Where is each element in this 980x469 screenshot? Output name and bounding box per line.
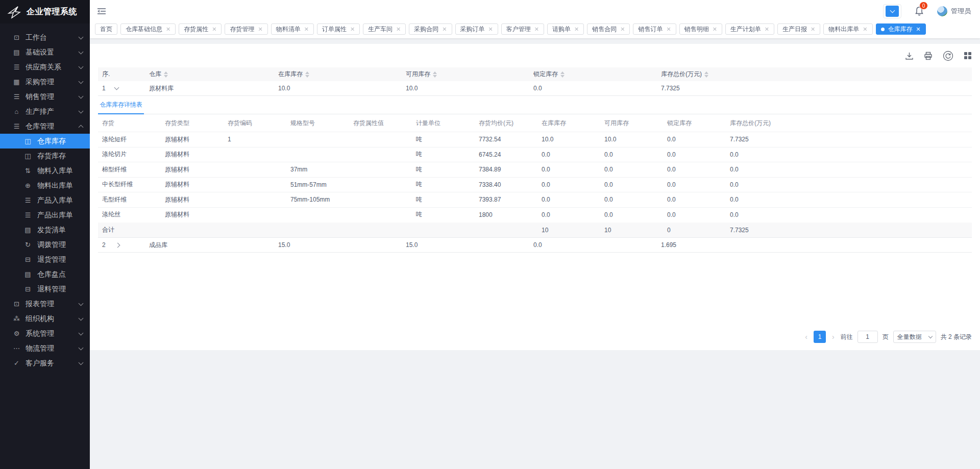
close-icon[interactable]: ✕ xyxy=(713,27,717,32)
sidebar-subitem-stock-inventory[interactable]: ◫ 存货库存 xyxy=(0,149,90,163)
tab-material-outbound[interactable]: 物料出库单✕ xyxy=(823,23,872,35)
close-icon[interactable]: ✕ xyxy=(534,27,539,32)
sidebar-item-organization[interactable]: ⁂ 组织机构 xyxy=(0,311,90,326)
sidebar-item-purchase-management[interactable]: ▦ 采购管理 xyxy=(0,75,90,89)
detail-col-locked: 锁定库存 xyxy=(663,119,726,128)
sidebar-subitem-label: 物料出库单 xyxy=(37,181,73,190)
close-icon[interactable]: ✕ xyxy=(166,27,170,32)
close-icon[interactable]: ✕ xyxy=(863,27,867,32)
sidebar-subitem-label: 退货管理 xyxy=(37,255,66,264)
sidebar-collapse-icon[interactable] xyxy=(95,5,108,18)
sidebar-item-workbench[interactable]: ⊡ 工作台 xyxy=(0,30,90,45)
detail-row[interactable]: 中长型纤维 原辅材料 51mm-57mm 吨 7338.40 0.0 0.0 0… xyxy=(98,177,972,192)
sidebar-subitem-material-inbound[interactable]: ⇅ 物料入库单 xyxy=(0,163,90,178)
sidebar-item-production-scheduling[interactable]: ⌂ 生产排产 xyxy=(0,104,90,119)
table-row-raw-material-warehouse[interactable]: 1 原材料库 10.0 10.0 0.0 7.7325 xyxy=(98,81,972,96)
notification-bell[interactable]: 0 xyxy=(915,6,924,16)
close-icon[interactable]: ✕ xyxy=(620,27,625,32)
sidebar-item-warehouse-management[interactable]: ☰ 仓库管理 xyxy=(0,119,90,134)
tab-purchase-contract[interactable]: 采购合同✕ xyxy=(409,23,452,35)
prev-page-icon[interactable]: ‹ xyxy=(803,333,809,341)
tab-sales-detail[interactable]: 销售明细✕ xyxy=(679,23,722,35)
sort-icon[interactable] xyxy=(704,71,708,78)
sidebar-subitem-warehouse-check[interactable]: ▤ 仓库盘点 xyxy=(0,267,90,282)
truck-icon: ⊟ xyxy=(23,256,32,263)
sidebar-subitem-warehouse-inventory[interactable]: ◫ 仓库库存 xyxy=(0,134,90,149)
sidebar-item-logistics-management[interactable]: ⋯ 物流管理 xyxy=(0,341,90,356)
tab-purchase-order[interactable]: 采购订单✕ xyxy=(455,23,498,35)
column-header-available[interactable]: 可用库存 xyxy=(402,70,529,79)
sidebar-item-customer-service[interactable]: ✓ 客户服务 xyxy=(0,356,90,371)
close-icon[interactable]: ✕ xyxy=(258,27,262,32)
download-icon[interactable] xyxy=(905,52,914,60)
close-icon[interactable]: ✕ xyxy=(574,27,579,32)
tab-home[interactable]: 首页 xyxy=(95,23,117,35)
sidebar-subitem-shipping-list[interactable]: ▤ 发货清单 xyxy=(0,223,90,237)
sidebar-item-system-management[interactable]: ⚙ 系统管理 xyxy=(0,326,90,341)
goto-page-input[interactable] xyxy=(857,331,878,343)
detail-row[interactable]: 毛型纤维 原辅材料 75mm-105mm 吨 7393.87 0.0 0.0 0… xyxy=(98,192,972,207)
header: 0 管理员 xyxy=(90,0,980,22)
close-icon[interactable]: ✕ xyxy=(212,27,216,32)
chevron-down-icon xyxy=(79,108,84,113)
close-icon[interactable]: ✕ xyxy=(488,27,493,32)
detail-row[interactable]: 涤纶切片 原辅材料 吨 6745.24 0.0 0.0 0.0 0.0 xyxy=(98,147,972,162)
sidebar-item-label: 生产排产 xyxy=(26,107,54,116)
column-header-total-value[interactable]: 库存总价(万元) xyxy=(657,70,972,79)
page-number-button[interactable]: 1 xyxy=(814,331,826,343)
sidebar-item-sales-management[interactable]: ☰ 销售管理 xyxy=(0,89,90,104)
tab-customer-management[interactable]: 客户管理✕ xyxy=(501,23,544,35)
close-icon[interactable]: ✕ xyxy=(916,27,921,32)
expand-collapse-icon[interactable] xyxy=(114,85,119,90)
close-icon[interactable]: ✕ xyxy=(442,27,447,32)
detail-row[interactable]: 棉型纤维 原辅材料 37mm 吨 7384.89 0.0 0.0 0.0 0.0 xyxy=(98,162,972,177)
sort-icon[interactable] xyxy=(305,71,309,78)
sort-icon[interactable] xyxy=(164,71,168,78)
sidebar-subitem-product-outbound[interactable]: ☰ 产品出库单 xyxy=(0,208,90,223)
user-menu[interactable]: 管理员 xyxy=(937,6,971,16)
page-size-select[interactable]: 全量数据 xyxy=(893,331,936,343)
close-icon[interactable]: ✕ xyxy=(350,27,355,32)
sidebar-subitem-product-inbound[interactable]: ☰ 产品入库单 xyxy=(0,193,90,208)
tab-stock-management[interactable]: 存货管理✕ xyxy=(225,23,267,35)
sort-icon[interactable] xyxy=(433,71,437,78)
tab-warehouse-inventory[interactable]: 仓库库存✕ xyxy=(876,23,926,35)
tab-stock-attributes[interactable]: 存货属性✕ xyxy=(179,23,222,35)
sidebar-item-report-management[interactable]: ⊡ 报表管理 xyxy=(0,297,90,311)
detail-row[interactable]: 涤纶丝 原辅材料 吨 1800 0.0 0.0 0.0 0.0 xyxy=(98,207,972,223)
column-header-in-stock[interactable]: 在库库存 xyxy=(274,70,402,79)
close-icon[interactable]: ✕ xyxy=(811,27,815,32)
sidebar-subitem-material-outbound[interactable]: ⊕ 物料出库单 xyxy=(0,178,90,193)
tab-sales-contract[interactable]: 销售合同✕ xyxy=(587,23,630,35)
close-icon[interactable]: ✕ xyxy=(304,27,309,32)
detail-tab-inventory-detail[interactable]: 仓库库存详情表 xyxy=(98,96,144,114)
tab-sales-order[interactable]: 销售订单✕ xyxy=(633,23,676,35)
sidebar-subitem-transfer-management[interactable]: ↻ 调拨管理 xyxy=(0,237,90,252)
grid-columns-icon[interactable] xyxy=(964,52,972,60)
expand-collapse-icon[interactable] xyxy=(115,242,120,248)
header-dropdown-button[interactable] xyxy=(883,4,901,18)
tab-material-list[interactable]: 物料清单✕ xyxy=(271,23,314,35)
close-icon[interactable]: ✕ xyxy=(765,27,769,32)
tab-requisition[interactable]: 请购单✕ xyxy=(547,23,584,35)
table-row-finished-goods-warehouse[interactable]: 2 成品库 15.0 15.0 0.0 1.695 xyxy=(98,238,972,253)
tab-production-workshop[interactable]: 生产车间✕ xyxy=(363,23,406,35)
sidebar-item-basic-settings[interactable]: ▤ 基础设置 xyxy=(0,45,90,60)
sidebar-subitem-return-material[interactable]: ⊟ 退料管理 xyxy=(0,282,90,297)
tab-warehouse-basic-info[interactable]: 仓库基础信息✕ xyxy=(120,23,176,35)
tab-production-daily[interactable]: 生产日报✕ xyxy=(777,23,820,35)
list-icon: ☰ xyxy=(23,211,32,219)
sidebar-item-supplier-relations[interactable]: ☰ 供应商关系 xyxy=(0,60,90,75)
print-icon[interactable] xyxy=(924,52,933,60)
column-header-locked[interactable]: 锁定库存 xyxy=(529,70,657,79)
refresh-icon[interactable] xyxy=(943,51,953,61)
close-icon[interactable]: ✕ xyxy=(396,27,401,32)
sort-icon[interactable] xyxy=(560,71,565,78)
next-page-icon[interactable]: › xyxy=(830,333,836,341)
tab-order-attributes[interactable]: 订单属性✕ xyxy=(317,23,360,35)
close-icon[interactable]: ✕ xyxy=(666,27,671,32)
sidebar-subitem-return-goods[interactable]: ⊟ 退货管理 xyxy=(0,252,90,267)
detail-row[interactable]: 涤纶短纤 原辅材料 1 吨 7732.54 10.0 10.0 0.0 7.73… xyxy=(98,132,972,147)
column-header-warehouse[interactable]: 仓库 xyxy=(145,70,274,79)
tab-production-plan[interactable]: 生产计划单✕ xyxy=(725,23,774,35)
